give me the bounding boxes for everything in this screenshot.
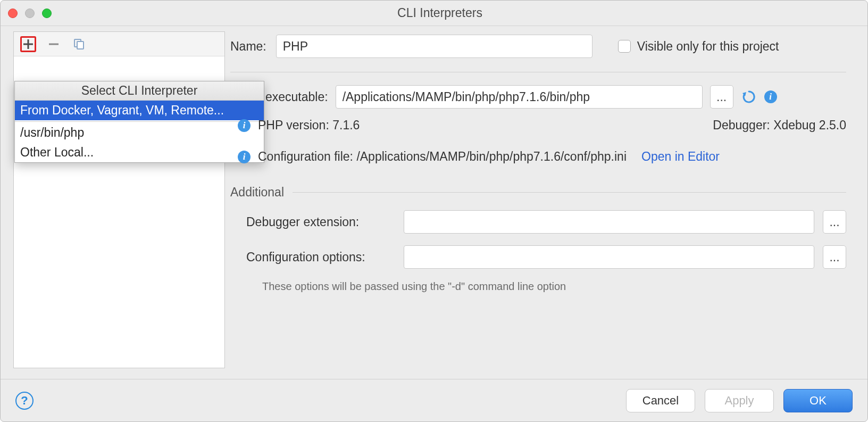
list-toolbar xyxy=(14,32,224,56)
copy-icon xyxy=(73,38,86,51)
php-executable-label: executable: xyxy=(265,90,328,104)
zoom-window-button[interactable] xyxy=(42,9,52,18)
config-file-label: Configuration file: /Applications/MAMP/b… xyxy=(258,150,627,164)
close-window-button[interactable] xyxy=(8,9,18,18)
debugger-extension-input[interactable] xyxy=(404,210,814,234)
php-executable-input[interactable] xyxy=(336,85,703,109)
configuration-options-hint: These options will be passed using the "… xyxy=(262,280,846,293)
dialog-button-bar: ? Cancel Apply OK xyxy=(1,379,867,421)
info-executable-icon[interactable]: i xyxy=(764,90,777,103)
info-php-version-icon: i xyxy=(238,119,251,132)
body: Select CLI Interpreter From Docker, Vagr… xyxy=(1,26,867,379)
details-panel: Name: Visible only for this project exec… xyxy=(225,26,867,379)
ok-button[interactable]: OK xyxy=(783,389,853,412)
apply-button[interactable]: Apply xyxy=(705,389,774,412)
visible-only-project-checkbox[interactable]: Visible only for this project xyxy=(618,39,779,54)
debugger-extension-label: Debugger extension: xyxy=(246,215,395,229)
name-input[interactable] xyxy=(276,35,592,58)
info-config-file-icon: i xyxy=(238,151,251,163)
minus-icon xyxy=(48,38,60,50)
plus-icon xyxy=(22,38,34,50)
cancel-button[interactable]: Cancel xyxy=(626,389,695,412)
browse-executable-button[interactable]: ... xyxy=(710,85,733,109)
titlebar: CLI Interpreters xyxy=(1,1,867,26)
divider xyxy=(230,72,846,72)
reload-button[interactable] xyxy=(741,85,757,109)
window-title: CLI Interpreters xyxy=(52,6,828,20)
help-button[interactable]: ? xyxy=(15,392,34,410)
configuration-options-input[interactable] xyxy=(404,245,814,269)
name-label: Name: xyxy=(230,39,266,54)
window-controls xyxy=(8,9,52,18)
additional-section-header: Additional xyxy=(230,185,846,200)
remove-interpreter-button[interactable] xyxy=(46,36,62,52)
add-interpreter-button[interactable] xyxy=(20,36,36,52)
checkbox-box-icon xyxy=(618,40,631,53)
configuration-options-label: Configuration options: xyxy=(246,250,395,264)
browse-debugger-extension-button[interactable]: ... xyxy=(823,210,846,234)
debugger-label: Debugger: Xdebug 2.5.0 xyxy=(713,118,846,133)
edit-configuration-options-button[interactable]: ... xyxy=(823,245,846,269)
svg-rect-4 xyxy=(77,42,84,49)
visible-only-project-label: Visible only for this project xyxy=(637,39,779,54)
minimize-window-button[interactable] xyxy=(25,9,35,18)
copy-interpreter-button[interactable] xyxy=(71,36,87,52)
dialog-window: CLI Interpreters xyxy=(0,0,868,422)
php-version-label: PHP version: 7.1.6 xyxy=(258,118,360,133)
reload-icon xyxy=(742,90,756,104)
open-in-editor-link[interactable]: Open in Editor xyxy=(641,150,720,164)
